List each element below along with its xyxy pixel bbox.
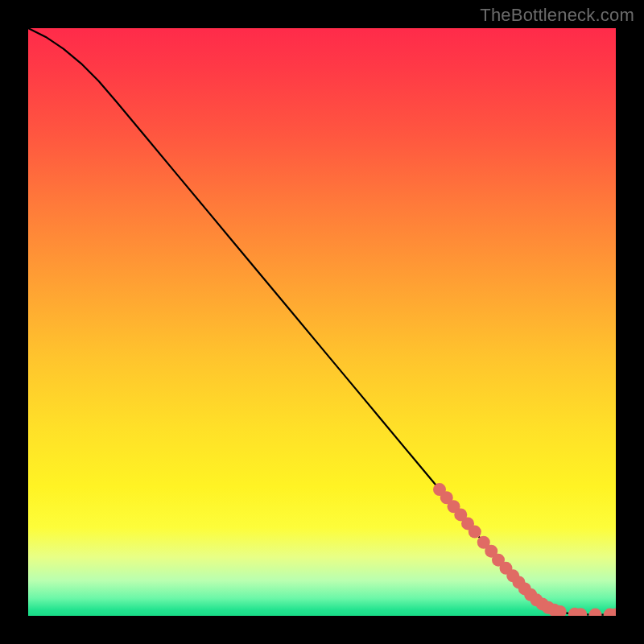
- data-point: [469, 526, 481, 539]
- watermark-text: TheBottleneck.com: [480, 5, 634, 26]
- curve-line: [28, 28, 616, 615]
- data-points: [433, 483, 616, 616]
- data-point: [588, 609, 601, 616]
- plot-area: [28, 28, 616, 616]
- chart-frame: TheBottleneck.com: [0, 0, 644, 644]
- chart-svg: [28, 28, 616, 616]
